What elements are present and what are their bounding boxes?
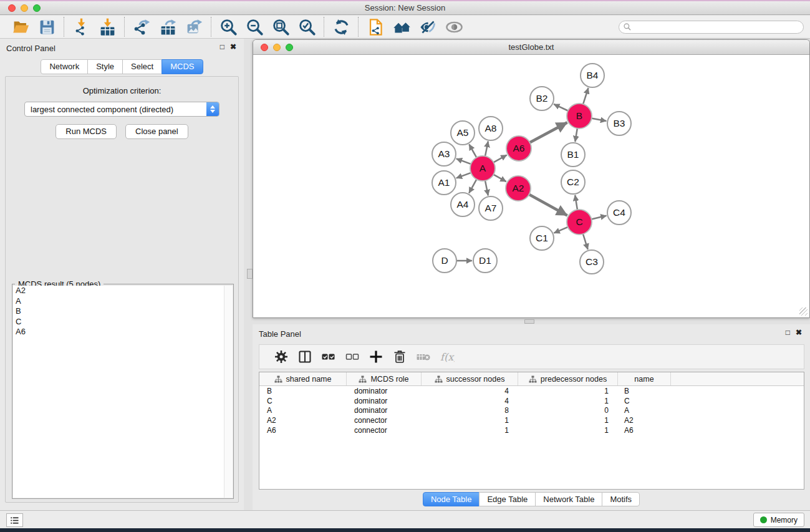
- close-panel-icon[interactable]: ✖: [230, 43, 236, 51]
- table-cell[interactable]: dominator: [347, 387, 422, 395]
- tab-node-table[interactable]: Node Table: [423, 492, 480, 506]
- graph-edge-A-A7[interactable]: [485, 180, 488, 196]
- graph-node-A6[interactable]: A6: [506, 136, 531, 161]
- table-cell[interactable]: B: [618, 387, 671, 395]
- tab-style[interactable]: Style: [87, 59, 123, 74]
- mcds-result-item[interactable]: C: [13, 317, 233, 327]
- table-settings-button[interactable]: [269, 347, 293, 366]
- graph-node-A5[interactable]: A5: [451, 121, 475, 145]
- table-cell[interactable]: B: [259, 387, 347, 395]
- table-cell[interactable]: C: [259, 397, 347, 405]
- table-row[interactable]: Cdominator41C: [259, 396, 804, 406]
- table-cell[interactable]: C: [618, 397, 671, 405]
- graph-node-B4[interactable]: B4: [581, 64, 604, 87]
- hide-graphics-details-button[interactable]: [415, 16, 441, 37]
- table-cell[interactable]: A: [259, 406, 347, 415]
- table-cell[interactable]: 8: [422, 406, 518, 415]
- graph-node-B[interactable]: B: [567, 104, 592, 128]
- mcds-result-item[interactable]: A: [13, 296, 233, 307]
- graph-node-A2[interactable]: A2: [506, 176, 531, 201]
- delete-table-button[interactable]: [412, 347, 435, 366]
- table-cell[interactable]: connector: [347, 426, 422, 435]
- graph-edge-A6-B[interactable]: [529, 122, 567, 143]
- function-builder-button[interactable]: f(x): [435, 347, 459, 366]
- graph-edge-C-C2[interactable]: [575, 195, 577, 211]
- table-cell[interactable]: 1: [518, 387, 618, 395]
- graph-edge-A2-C[interactable]: [529, 194, 567, 215]
- mcds-result-item[interactable]: B: [13, 306, 233, 317]
- table-cell[interactable]: 0: [518, 406, 618, 415]
- table-cell[interactable]: 1: [518, 416, 618, 425]
- table-cell[interactable]: 1: [422, 426, 518, 435]
- save-session-button[interactable]: [34, 16, 60, 37]
- graph-edge-C-C3[interactable]: [583, 233, 588, 249]
- column-header-MCDS-role[interactable]: MCDS role: [347, 372, 422, 385]
- run-mcds-button[interactable]: Run MCDS: [55, 124, 117, 139]
- home-view-button[interactable]: [388, 16, 415, 37]
- show-graphics-details-button[interactable]: [441, 16, 467, 37]
- table-cell[interactable]: A: [618, 406, 671, 415]
- table-row[interactable]: A6connector11A6: [259, 425, 804, 435]
- graph-node-D1[interactable]: D1: [473, 249, 497, 273]
- deselect-all-columns-button[interactable]: [340, 347, 364, 366]
- table-row[interactable]: A2connector11A2: [259, 415, 804, 425]
- table-cell[interactable]: dominator: [347, 406, 422, 415]
- table-cell[interactable]: dominator: [347, 397, 422, 405]
- horizontal-splitter-handle[interactable]: [524, 319, 534, 324]
- table-row[interactable]: Bdominator41B: [259, 386, 804, 396]
- float-panel-icon[interactable]: □: [786, 329, 790, 336]
- graph-node-A3[interactable]: A3: [432, 142, 456, 166]
- export-image-button[interactable]: [181, 16, 207, 37]
- graph-edge-C-C1[interactable]: [554, 227, 568, 233]
- graph-edge-A-A8[interactable]: [485, 142, 488, 157]
- zoom-out-button[interactable]: [241, 16, 268, 37]
- refresh-view-button[interactable]: [328, 16, 354, 37]
- memory-button[interactable]: Memory: [753, 513, 804, 527]
- tab-mcds[interactable]: MCDS: [162, 59, 203, 74]
- task-history-button[interactable]: [6, 513, 23, 527]
- table-cell[interactable]: A6: [618, 426, 671, 435]
- table-cell[interactable]: 4: [422, 397, 518, 405]
- graph-edge-A-A5[interactable]: [469, 144, 476, 158]
- split-panel-button[interactable]: [293, 347, 317, 366]
- select-all-columns-button[interactable]: [317, 347, 340, 366]
- graph-node-A1[interactable]: A1: [432, 171, 456, 195]
- tab-network[interactable]: Network: [41, 59, 88, 74]
- table-cell[interactable]: 1: [518, 397, 618, 405]
- table-cell[interactable]: connector: [347, 416, 422, 425]
- import-table-button[interactable]: [94, 16, 120, 37]
- delete-column-button[interactable]: [388, 347, 412, 366]
- table-cell[interactable]: A2: [618, 416, 671, 425]
- network-canvas[interactable]: B4B2BB3A5A8A6B1A3AA1A2C2A4A7CC4C1C3DD1: [254, 56, 809, 317]
- add-column-button[interactable]: [364, 347, 388, 366]
- graph-edge-A-A2[interactable]: [493, 174, 506, 181]
- graph-node-D[interactable]: D: [433, 249, 456, 273]
- search-input[interactable]: [632, 22, 794, 31]
- optimization-criterion-select[interactable]: largest connected component (directed): [24, 102, 219, 117]
- zoom-fit-button[interactable]: [268, 16, 294, 37]
- graph-node-C2[interactable]: C2: [561, 170, 585, 194]
- resize-grip-icon[interactable]: [799, 307, 808, 316]
- export-table-button[interactable]: [155, 16, 181, 37]
- graph-edge-C-C4[interactable]: [591, 216, 607, 220]
- graph-edge-A-A6[interactable]: [493, 155, 507, 163]
- table-cell[interactable]: A2: [259, 416, 347, 425]
- tab-edge-table[interactable]: Edge Table: [479, 492, 536, 506]
- graph-node-A8[interactable]: A8: [479, 117, 503, 140]
- graph-edge-B-B3[interactable]: [591, 118, 607, 122]
- open-file-button[interactable]: [7, 16, 34, 37]
- graph-node-C4[interactable]: C4: [607, 201, 631, 225]
- table-cell[interactable]: 1: [422, 416, 518, 425]
- graph-node-A4[interactable]: A4: [451, 193, 475, 216]
- export-network-button[interactable]: [128, 16, 155, 37]
- column-header-name[interactable]: name: [618, 372, 671, 385]
- graph-node-B1[interactable]: B1: [561, 143, 585, 167]
- table-cell[interactable]: 1: [518, 426, 618, 435]
- close-panel-button[interactable]: Close panel: [125, 124, 188, 139]
- tab-network-table[interactable]: Network Table: [535, 492, 602, 506]
- graph-edge-B-B1[interactable]: [575, 128, 577, 142]
- mcds-result-item[interactable]: A6: [13, 327, 233, 337]
- mcds-result-item[interactable]: A2: [13, 286, 233, 296]
- graph-node-B3[interactable]: B3: [607, 112, 631, 135]
- scrollbar-track[interactable]: [224, 286, 233, 498]
